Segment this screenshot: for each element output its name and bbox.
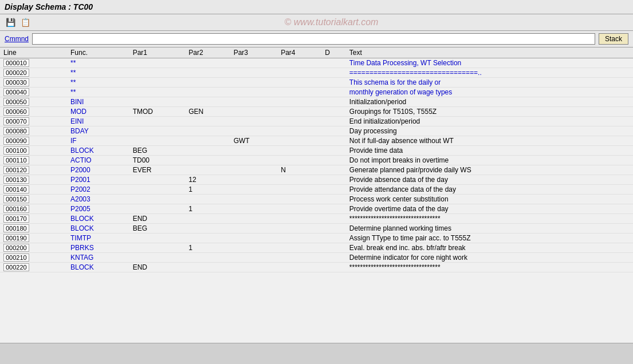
cell-par2 — [185, 78, 230, 88]
table-row[interactable]: 000210KNTAGDetermine indicator for core … — [0, 253, 633, 263]
cell-par3 — [230, 117, 278, 126]
cell-par2 — [185, 117, 230, 126]
cell-d — [321, 195, 346, 204]
toolbar-icon-1[interactable]: 💾 — [5, 17, 16, 28]
title-text: Display Schema : TC00 — [5, 2, 93, 11]
table-row[interactable]: 000100BLOCKBEGProvide time data — [0, 146, 633, 156]
table-row[interactable]: 000030**This schema is for the daily or — [0, 78, 633, 88]
main-content: Line Func. Par1 Par2 Par3 Par4 D Text 00… — [0, 48, 633, 343]
cell-par1 — [129, 243, 186, 253]
cell-par2 — [185, 156, 230, 165]
cell-par4 — [277, 126, 321, 136]
cell-func: BLOCK — [67, 224, 129, 234]
table-row[interactable]: 000220BLOCKEND**************************… — [0, 263, 633, 272]
table-row[interactable]: 000020**================================… — [0, 68, 633, 78]
cell-text: Eval. break end inc. abs. bfr/aftr break — [346, 243, 633, 253]
table-row[interactable]: 000160P20051Provide overtime data of the… — [0, 204, 633, 214]
cell-line-number: 000140 — [3, 185, 29, 193]
cell-par1 — [129, 88, 186, 97]
table-row[interactable]: 000120P2000EVERNGenerate planned pair/pr… — [0, 165, 633, 175]
cell-func: A2003 — [67, 195, 129, 204]
col-line: Line — [0, 48, 67, 58]
cell-par1 — [129, 253, 186, 263]
table-row[interactable]: 000040**monthly generation of wage types — [0, 88, 633, 97]
table-row[interactable]: 000050BINIInitialization/period — [0, 97, 633, 107]
table-row[interactable]: 000080BDAYDay processing — [0, 126, 633, 136]
cell-text: Do not import breaks in overtime — [346, 156, 633, 165]
cell-par3 — [230, 234, 278, 243]
cell-text: Day processing — [346, 126, 633, 136]
cell-par4 — [277, 68, 321, 78]
table-row[interactable]: 000150A2003Process work center substitut… — [0, 195, 633, 204]
cell-par1 — [129, 185, 186, 195]
cell-par2 — [185, 234, 230, 243]
cell-par3 — [230, 175, 278, 185]
table-row[interactable]: 000070EINIEnd initialization/period — [0, 117, 633, 126]
cell-par3 — [230, 185, 278, 195]
cell-func: IF — [67, 136, 129, 146]
table-row[interactable]: 000110ACTIOTD00Do not import breaks in o… — [0, 156, 633, 165]
cell-par4: N — [277, 165, 321, 175]
cell-func: BDAY — [67, 126, 129, 136]
table-row[interactable]: 000130P200112Provide absence data of the… — [0, 175, 633, 185]
cell-par1: END — [129, 263, 186, 272]
table-row[interactable]: 000200PBRKS1Eval. break end inc. abs. bf… — [0, 243, 633, 253]
table-row[interactable]: 000140P20021Provide attendance data of t… — [0, 185, 633, 195]
cell-par1 — [129, 234, 186, 243]
cell-par2: 1 — [185, 204, 230, 214]
cell-par3 — [230, 97, 278, 107]
cell-par4 — [277, 214, 321, 224]
stack-button[interactable]: Stack — [599, 33, 628, 45]
cell-par1: TMOD — [129, 107, 186, 117]
cell-d — [321, 68, 346, 78]
table-row[interactable]: 000180BLOCKBEGDetermine planned working … — [0, 224, 633, 234]
cell-d — [321, 185, 346, 195]
cell-d — [321, 88, 346, 97]
cell-par2 — [185, 136, 230, 146]
cell-line-number: 000020 — [3, 69, 29, 77]
cell-par1 — [129, 97, 186, 107]
cell-func: TIMTP — [67, 234, 129, 243]
cell-line-number: 000050 — [3, 98, 29, 106]
cell-d — [321, 165, 346, 175]
table-header-row: Line Func. Par1 Par2 Par3 Par4 D Text — [0, 48, 633, 58]
cell-par3 — [230, 156, 278, 165]
cell-d — [321, 224, 346, 234]
cell-line-number: 000220 — [3, 263, 29, 271]
cell-par4 — [277, 195, 321, 204]
cell-d — [321, 78, 346, 88]
toolbar-icon-2[interactable]: 📋 — [19, 17, 31, 28]
cell-par1: BEG — [129, 224, 186, 234]
cell-d — [321, 146, 346, 156]
table-row[interactable]: 000090IFGWTNot if full-day absence witho… — [0, 136, 633, 146]
cell-line-number: 000210 — [3, 254, 29, 262]
cell-func: P2002 — [67, 185, 129, 195]
status-text — [5, 345, 6, 351]
table-row[interactable]: 000060MODTMODGENGroupings for T510S, T55… — [0, 107, 633, 117]
table-row[interactable]: 000190TIMTPAssign TType to time pair acc… — [0, 234, 633, 243]
cell-text: monthly generation of wage types — [346, 88, 633, 97]
cell-line-number: 000180 — [3, 224, 29, 232]
cell-line-number: 000130 — [3, 176, 29, 184]
table-row[interactable]: 000010**Time Data Processing, WT Selecti… — [0, 58, 633, 68]
cell-par2 — [185, 58, 230, 68]
cell-d — [321, 97, 346, 107]
cell-par1 — [129, 175, 186, 185]
cell-text: Determine planned working times — [346, 224, 633, 234]
cell-line-number: 000160 — [3, 205, 29, 213]
col-par3: Par3 — [230, 48, 278, 58]
cell-text: Provide time data — [346, 146, 633, 156]
command-label[interactable]: Cmmnd — [5, 35, 29, 43]
cell-par1 — [129, 195, 186, 204]
cell-line-number: 000010 — [3, 59, 29, 67]
cell-par4 — [277, 234, 321, 243]
table-row[interactable]: 000170BLOCKEND**************************… — [0, 214, 633, 224]
command-input[interactable] — [32, 33, 595, 45]
cell-par4 — [277, 88, 321, 97]
cell-par2 — [185, 146, 230, 156]
cell-d — [321, 136, 346, 146]
cell-par2 — [185, 214, 230, 224]
cell-text: Provide absence data of the day — [346, 175, 633, 185]
cell-func: ** — [67, 88, 129, 97]
cell-par4 — [277, 263, 321, 272]
